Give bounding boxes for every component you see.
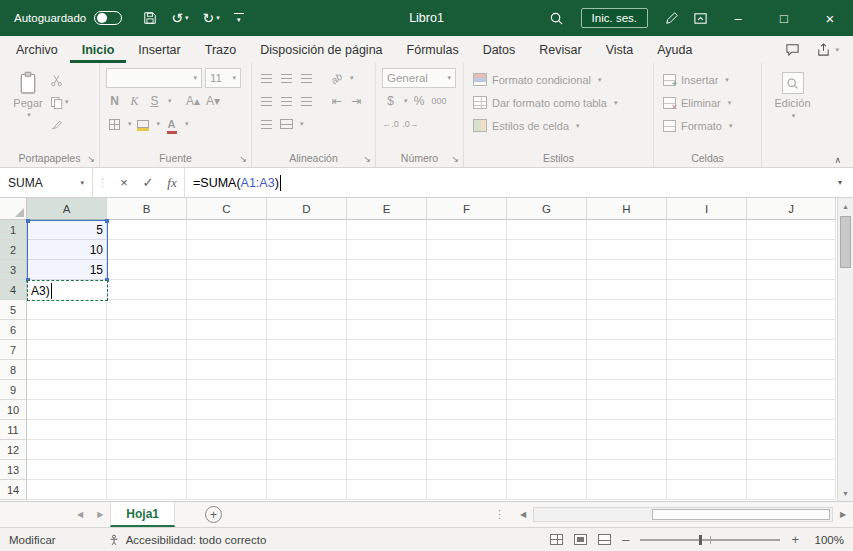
cell-E9[interactable] (347, 380, 427, 400)
cell-H3[interactable] (587, 260, 667, 280)
cell-F6[interactable] (427, 320, 507, 340)
cell-H12[interactable] (587, 440, 667, 460)
cell-E5[interactable] (347, 300, 427, 320)
cell-H11[interactable] (587, 420, 667, 440)
formula-input[interactable]: =SUMA(A1:A3) (185, 168, 827, 197)
select-all-corner[interactable] (0, 198, 27, 220)
row-header-2[interactable]: 2 (0, 240, 27, 260)
cell-B9[interactable] (107, 380, 187, 400)
row-header-8[interactable]: 8 (0, 360, 27, 380)
copy-button[interactable]: ▾ (50, 94, 69, 110)
tab-trazo[interactable]: Trazo (193, 36, 249, 63)
cell-F11[interactable] (427, 420, 507, 440)
cell-J4[interactable] (747, 280, 836, 300)
cell-I1[interactable] (667, 220, 747, 240)
cell-D13[interactable] (267, 460, 347, 480)
cell-G13[interactable] (507, 460, 587, 480)
cell-A9[interactable] (27, 380, 107, 400)
cell-F10[interactable] (427, 400, 507, 420)
cell-J9[interactable] (747, 380, 836, 400)
cell-D8[interactable] (267, 360, 347, 380)
cell-D1[interactable] (267, 220, 347, 240)
zoom-level[interactable]: 100% (810, 534, 844, 546)
orientation-button[interactable]: ab (328, 69, 345, 87)
column-header-D[interactable]: D (267, 198, 347, 220)
cell-H4[interactable] (587, 280, 667, 300)
cell-H1[interactable] (587, 220, 667, 240)
cell-G9[interactable] (507, 380, 587, 400)
row-header-11[interactable]: 11 (0, 420, 27, 440)
cell-A14[interactable] (27, 480, 107, 500)
align-center-button[interactable] (278, 92, 295, 110)
ribbon-display-options-button[interactable] (686, 0, 715, 36)
cell-C9[interactable] (187, 380, 267, 400)
cell-E2[interactable] (347, 240, 427, 260)
cell-D5[interactable] (267, 300, 347, 320)
cell-B11[interactable] (107, 420, 187, 440)
cell-A8[interactable] (27, 360, 107, 380)
cell-G7[interactable] (507, 340, 587, 360)
cell-G10[interactable] (507, 400, 587, 420)
cell-B14[interactable] (107, 480, 187, 500)
cell-B1[interactable] (107, 220, 187, 240)
cell-J2[interactable] (747, 240, 836, 260)
tab-disposicion-de-pagina[interactable]: Disposición de página (248, 36, 394, 63)
cell-C4[interactable] (187, 280, 267, 300)
cut-button[interactable] (50, 72, 69, 88)
editing-menu-button[interactable]: Edición ▾ (768, 68, 817, 120)
vertical-scroll-thumb[interactable] (840, 216, 851, 268)
undo-button[interactable]: ↺▾ (164, 0, 195, 36)
scroll-down-button[interactable]: ▼ (838, 485, 853, 501)
align-left-button[interactable] (258, 92, 275, 110)
cell-F9[interactable] (427, 380, 507, 400)
row-header-14[interactable]: 14 (0, 480, 27, 500)
align-bottom-button[interactable] (298, 69, 315, 87)
page-layout-view-button[interactable] (574, 534, 587, 545)
cell-E13[interactable] (347, 460, 427, 480)
cell-J6[interactable] (747, 320, 836, 340)
cell-E6[interactable] (347, 320, 427, 340)
sign-in-button[interactable]: Inic. ses. (581, 8, 648, 28)
cell-A5[interactable] (27, 300, 107, 320)
number-format-select[interactable]: General▾ (382, 68, 456, 88)
insert-function-button[interactable]: fx (160, 168, 184, 197)
cell-E14[interactable] (347, 480, 427, 500)
redo-button[interactable]: ↻▾ (196, 0, 227, 36)
formula-bar-handle[interactable]: ⋮ (93, 176, 112, 189)
increase-decimal-button[interactable]: ←.0 (382, 115, 399, 133)
cell-A11[interactable] (27, 420, 107, 440)
cell-I4[interactable] (667, 280, 747, 300)
tab-formulas[interactable]: Fórmulas (395, 36, 471, 63)
column-header-E[interactable]: E (347, 198, 427, 220)
number-dialog-launcher[interactable]: ↘ (451, 154, 459, 164)
cell-B10[interactable] (107, 400, 187, 420)
sheet-tab-hoja1[interactable]: Hoja1 (110, 502, 175, 527)
row-header-4[interactable]: 4 (0, 280, 27, 300)
cell-B13[interactable] (107, 460, 187, 480)
cell-F4[interactable] (427, 280, 507, 300)
cell-C10[interactable] (187, 400, 267, 420)
cell-E4[interactable] (347, 280, 427, 300)
fill-color-button[interactable] (135, 115, 152, 133)
cell-G14[interactable] (507, 480, 587, 500)
cell-D9[interactable] (267, 380, 347, 400)
collapse-ribbon-button[interactable]: ∧ (834, 155, 841, 165)
cell-C8[interactable] (187, 360, 267, 380)
cell-A13[interactable] (27, 460, 107, 480)
cell-B2[interactable] (107, 240, 187, 260)
scroll-left-button[interactable]: ◀ (516, 510, 530, 519)
tab-ayuda[interactable]: Ayuda (645, 36, 704, 63)
tab-revisar[interactable]: Revisar (527, 36, 593, 63)
cell-J11[interactable] (747, 420, 836, 440)
cell-C13[interactable] (187, 460, 267, 480)
cell-C11[interactable] (187, 420, 267, 440)
cell-G11[interactable] (507, 420, 587, 440)
cell-C5[interactable] (187, 300, 267, 320)
align-top-button[interactable] (258, 69, 275, 87)
format-as-table-button[interactable]: Dar formato como tabla ▾ (470, 91, 648, 114)
paste-button[interactable]: Pegar ▾ (6, 68, 50, 132)
cell-I5[interactable] (667, 300, 747, 320)
horizontal-scrollbar[interactable] (533, 507, 833, 522)
cell-D3[interactable] (267, 260, 347, 280)
cell-H14[interactable] (587, 480, 667, 500)
